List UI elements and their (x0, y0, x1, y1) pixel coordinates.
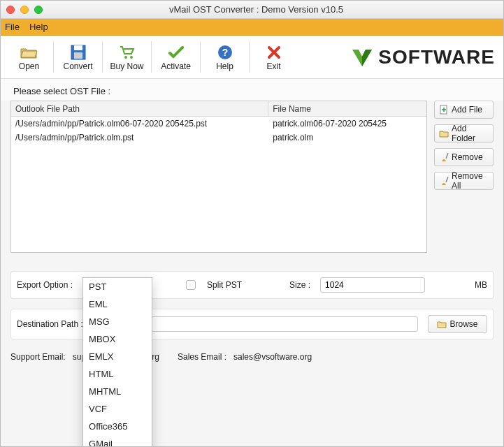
add-folder-label: Add Folder (452, 124, 489, 143)
buy-label: Buy Now (110, 61, 143, 71)
split-pst-label: Split PST (207, 280, 242, 290)
cell-name: patrick.olm (268, 131, 426, 145)
side-buttons: Add File Add Folder Remove Remove All (434, 101, 494, 253)
window-controls (6, 6, 43, 14)
file-list[interactable]: Outlook File Path File Name /Users/admin… (10, 101, 427, 253)
prompt-label: Please select OST File : (1, 79, 503, 101)
remove-button[interactable]: Remove (434, 148, 494, 166)
remove-all-button[interactable]: Remove All (434, 172, 494, 190)
split-pst-checkbox[interactable] (186, 280, 196, 290)
buy-button[interactable]: Buy Now (104, 36, 150, 78)
option-o365[interactable]: Office365 (83, 418, 152, 435)
svg-line-8 (446, 153, 448, 159)
convert-button[interactable]: Convert (55, 36, 101, 78)
col-path[interactable]: Outlook File Path (11, 101, 268, 116)
menubar: File Help (1, 19, 503, 36)
folder-open-icon (20, 43, 38, 61)
logo-icon (350, 45, 374, 69)
close-x-icon (267, 43, 281, 61)
col-name[interactable]: File Name (268, 101, 426, 116)
table-row[interactable]: /Users/admin/pp/Patrick.olm06-07-2020 20… (11, 117, 426, 131)
broom-icon (439, 152, 449, 162)
svg-rect-1 (74, 45, 82, 50)
cell-path: /Users/admin/pp/Patrick.olm06-07-2020 20… (11, 117, 268, 131)
folder-icon (437, 319, 447, 329)
close-icon[interactable] (6, 6, 15, 14)
activate-button[interactable]: Activate (153, 36, 199, 78)
exit-button[interactable]: Exit (251, 36, 296, 78)
check-icon (168, 43, 185, 61)
browse-label: Browse (449, 319, 477, 329)
activate-label: Activate (161, 61, 191, 71)
help-label: Help (216, 61, 233, 71)
size-input[interactable] (320, 277, 425, 293)
option-mhtml[interactable]: MHTML (83, 383, 152, 400)
floppy-icon (71, 43, 86, 61)
toolbar: Open Convert Buy Now Activate ? Help Exi… (1, 36, 503, 79)
sales-email: sales@vsoftware.org (233, 352, 312, 362)
file-add-icon (439, 105, 449, 115)
add-folder-button[interactable]: Add Folder (434, 124, 494, 142)
browse-button[interactable]: Browse (428, 315, 487, 333)
dest-label: Destination Path : (17, 319, 83, 329)
option-emlx[interactable]: EMLX (83, 348, 152, 365)
maximize-icon[interactable] (34, 6, 43, 14)
option-html[interactable]: HTML (83, 365, 152, 383)
export-row: Export Option : PST PST EML MSG MBOX EML… (10, 271, 494, 299)
exit-label: Exit (266, 61, 280, 71)
open-label: Open (19, 61, 39, 71)
svg-point-3 (124, 56, 127, 59)
minimize-icon[interactable] (20, 6, 29, 14)
export-dropdown[interactable]: PST EML MSG MBOX EMLX HTML MHTML VCF Off… (82, 277, 152, 447)
support-label: Support Email: (10, 352, 66, 362)
export-select[interactable]: PST PST EML MSG MBOX EMLX HTML MHTML VCF… (82, 277, 145, 293)
add-file-label: Add File (452, 105, 482, 115)
broom-icon (439, 176, 449, 186)
help-button[interactable]: ? Help (202, 36, 247, 78)
list-header: Outlook File Path File Name (11, 101, 426, 117)
option-mbox[interactable]: MBOX (83, 330, 152, 348)
svg-rect-2 (74, 52, 82, 59)
svg-point-4 (130, 56, 133, 59)
help-icon: ? (217, 43, 233, 61)
option-pst[interactable]: PST (83, 278, 152, 295)
option-eml[interactable]: EML (83, 295, 152, 313)
cell-path: /Users/admin/pp/Patrick.olm.pst (11, 131, 268, 145)
svg-line-9 (446, 177, 448, 182)
menu-help[interactable]: Help (29, 22, 48, 32)
folder-icon (439, 129, 449, 138)
remove-label: Remove (452, 152, 483, 162)
window-title: vMail OST Converter : Demo Version v10.5 (54, 4, 459, 15)
cart-icon (119, 43, 136, 61)
titlebar: vMail OST Converter : Demo Version v10.5 (1, 1, 503, 19)
export-label: Export Option : (17, 280, 73, 290)
table-row[interactable]: /Users/admin/pp/Patrick.olm.pst patrick.… (11, 131, 426, 145)
option-vcf[interactable]: VCF (83, 400, 152, 418)
brand-logo: SOFTWARE (296, 36, 503, 78)
menu-file[interactable]: File (5, 22, 20, 32)
option-msg[interactable]: MSG (83, 313, 152, 330)
svg-text:?: ? (222, 47, 228, 58)
size-unit: MB (475, 280, 487, 290)
cell-name: patrick.olm06-07-2020 205425 (268, 117, 426, 131)
sales-label: Sales Email : (178, 352, 226, 362)
logo-text: SOFTWARE (378, 46, 495, 68)
open-button[interactable]: Open (6, 36, 52, 78)
add-file-button[interactable]: Add File (434, 101, 494, 119)
size-label: Size : (289, 280, 310, 290)
option-gmail[interactable]: GMail (83, 435, 152, 447)
convert-label: Convert (63, 61, 92, 71)
remove-all-label: Remove All (452, 171, 489, 191)
